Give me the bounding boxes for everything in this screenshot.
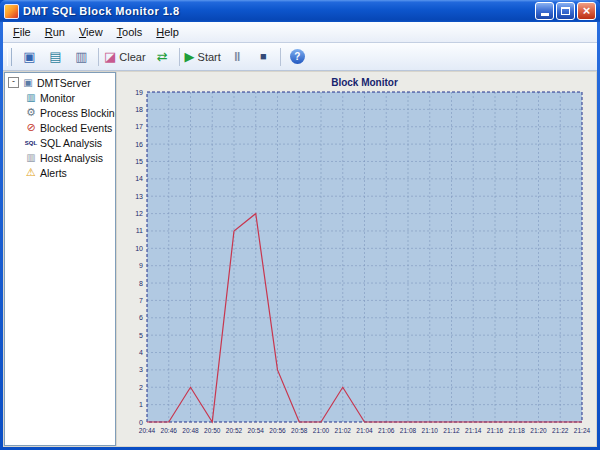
close-icon: × xyxy=(583,4,591,17)
app-window: DMT SQL Block Monitor 1.8 × File Run Vie… xyxy=(0,0,600,450)
svg-text:20:50: 20:50 xyxy=(204,427,221,434)
svg-text:12: 12 xyxy=(135,210,143,217)
svg-text:17: 17 xyxy=(135,123,143,130)
toolbar-separator xyxy=(98,48,99,66)
tree-collapse-icon[interactable]: - xyxy=(8,77,19,88)
tree-item-process-blocking[interactable]: ⚙ Process Blocking xyxy=(5,105,115,120)
chart-title: Block Monitor xyxy=(147,77,582,88)
svg-text:2: 2 xyxy=(139,384,143,391)
chart-canvas: 01234567891011121314151617181920:4420:46… xyxy=(117,72,596,446)
help-icon: ? xyxy=(290,49,305,64)
menubar: File Run View Tools Help xyxy=(3,22,597,43)
svg-text:21:20: 21:20 xyxy=(530,427,547,434)
tree-item-dmtserver[interactable]: - ▣ DMTServer xyxy=(5,75,115,90)
eraser-icon: ◪ xyxy=(104,50,116,63)
server-tree-panel: - ▣ DMTServer ▥ Monitor ⚙ Process Blocki… xyxy=(4,72,116,446)
tree-item-label: Process Blocking xyxy=(40,107,116,119)
servers-button[interactable]: ▤ xyxy=(43,45,68,69)
toolbar-separator xyxy=(280,48,281,66)
svg-text:20:56: 20:56 xyxy=(269,427,286,434)
tree-item-label: DMTServer xyxy=(37,77,91,89)
tree-item-label: Monitor xyxy=(40,92,75,104)
close-button[interactable]: × xyxy=(577,2,596,20)
svg-text:20:44: 20:44 xyxy=(139,427,156,434)
svg-text:6: 6 xyxy=(139,314,143,321)
svg-text:16: 16 xyxy=(135,141,143,148)
refresh-arrows-icon: ⇄ xyxy=(157,50,168,63)
svg-text:20:52: 20:52 xyxy=(226,427,243,434)
svg-text:21:10: 21:10 xyxy=(422,427,439,434)
svg-text:0: 0 xyxy=(139,419,143,426)
svg-text:1: 1 xyxy=(139,401,143,408)
window-title: DMT SQL Block Monitor 1.8 xyxy=(23,5,531,17)
tree-item-blocked-events[interactable]: ⊘ Blocked Events xyxy=(5,120,115,135)
menu-item-run[interactable]: Run xyxy=(38,23,72,41)
blocked-icon: ⊘ xyxy=(25,122,37,133)
svg-text:5: 5 xyxy=(139,332,143,339)
disconnect-server-icon: ▥ xyxy=(75,50,87,63)
svg-text:21:04: 21:04 xyxy=(356,427,373,434)
svg-text:21:16: 21:16 xyxy=(487,427,504,434)
stop-button[interactable]: ■ xyxy=(251,45,276,69)
svg-text:20:46: 20:46 xyxy=(161,427,178,434)
svg-text:3: 3 xyxy=(139,366,143,373)
svg-text:20:54: 20:54 xyxy=(248,427,265,434)
svg-text:13: 13 xyxy=(135,193,143,200)
refresh-button[interactable]: ⇄ xyxy=(150,45,175,69)
svg-text:20:58: 20:58 xyxy=(291,427,308,434)
svg-text:21:00: 21:00 xyxy=(313,427,330,434)
app-icon xyxy=(4,4,19,19)
pause-button[interactable]: ‖ xyxy=(225,45,250,69)
start-play-icon: ▶ xyxy=(185,50,195,63)
alert-icon: ⚠ xyxy=(25,167,37,178)
svg-text:10: 10 xyxy=(135,245,143,252)
toolbar-drag-handle[interactable] xyxy=(7,48,12,66)
svg-text:21:06: 21:06 xyxy=(378,427,395,434)
servers-icon: ▤ xyxy=(49,50,61,63)
toolbar: ▣ ▤ ▥ ◪ Clear ⇄ ▶ Start ‖ xyxy=(3,43,597,71)
menu-item-help[interactable]: Help xyxy=(149,23,186,41)
stop-icon: ■ xyxy=(260,51,267,62)
maximize-button[interactable] xyxy=(556,2,575,20)
menu-item-tools[interactable]: Tools xyxy=(110,23,150,41)
disconnect-button[interactable]: ▥ xyxy=(69,45,94,69)
host-computer-icon: ▥ xyxy=(25,153,37,163)
menu-item-file[interactable]: File xyxy=(6,23,38,41)
clear-button-label: Clear xyxy=(119,51,147,63)
svg-text:7: 7 xyxy=(139,297,143,304)
help-button[interactable]: ? xyxy=(285,45,310,69)
gear-icon: ⚙ xyxy=(25,107,37,118)
server-icon: ▣ xyxy=(22,78,34,88)
main-content: - ▣ DMTServer ▥ Monitor ⚙ Process Blocki… xyxy=(3,71,597,447)
tree-item-alerts[interactable]: ⚠ Alerts xyxy=(5,165,115,180)
svg-text:21:18: 21:18 xyxy=(509,427,526,434)
minimize-button[interactable] xyxy=(535,2,554,20)
clear-button[interactable]: ◪ Clear xyxy=(103,45,149,69)
start-button[interactable]: ▶ Start xyxy=(184,45,224,69)
svg-text:21:08: 21:08 xyxy=(400,427,417,434)
tree-item-monitor[interactable]: ▥ Monitor xyxy=(5,90,115,105)
menu-item-view[interactable]: View xyxy=(72,23,110,41)
connect-button[interactable]: ▣ xyxy=(17,45,42,69)
svg-text:4: 4 xyxy=(139,349,143,356)
minimize-icon xyxy=(541,13,549,16)
titlebar[interactable]: DMT SQL Block Monitor 1.8 × xyxy=(0,0,600,22)
monitor-icon: ▥ xyxy=(25,93,37,103)
tree-item-sql-analysis[interactable]: SQL SQL Analysis xyxy=(5,135,115,150)
svg-text:21:02: 21:02 xyxy=(335,427,352,434)
svg-text:18: 18 xyxy=(135,106,143,113)
svg-text:19: 19 xyxy=(135,89,143,96)
svg-text:11: 11 xyxy=(136,227,143,234)
svg-text:9: 9 xyxy=(139,262,143,269)
tree-item-host-analysis[interactable]: ▥ Host Analysis xyxy=(5,150,115,165)
tree-item-label: SQL Analysis xyxy=(40,137,102,149)
svg-text:21:12: 21:12 xyxy=(443,427,460,434)
connect-server-icon: ▣ xyxy=(23,50,35,63)
window-body: File Run View Tools Help ▣ ▤ ▥ ◪ Clear xyxy=(3,22,597,447)
pause-icon: ‖ xyxy=(234,50,240,63)
svg-text:21:14: 21:14 xyxy=(465,427,482,434)
svg-text:21:22: 21:22 xyxy=(552,427,569,434)
svg-text:14: 14 xyxy=(135,175,143,182)
svg-text:21:24: 21:24 xyxy=(574,427,591,434)
toolbar-separator xyxy=(179,48,180,66)
